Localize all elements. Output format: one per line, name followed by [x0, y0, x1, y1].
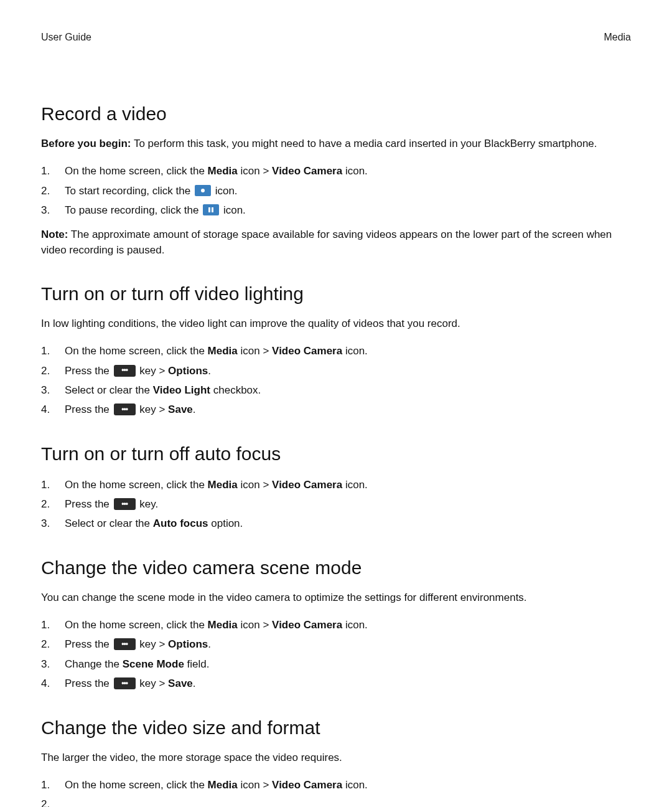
step: 3. Select or clear the Auto focus option…	[41, 515, 631, 532]
text: icon >	[238, 619, 272, 631]
text: icon.	[342, 779, 368, 791]
step: 3. To pause recording, click the icon.	[41, 202, 631, 219]
blackberry-key-icon: •••	[114, 404, 136, 415]
step-body: On the home screen, click the Media icon…	[65, 476, 631, 493]
step-body: Press the ••• key.	[65, 496, 631, 512]
step-body: Press the ••• key > Save.	[65, 675, 631, 692]
text: field.	[184, 658, 210, 670]
media-bold: Media	[208, 619, 238, 631]
step: 2. Press the ••• key > Options.	[41, 636, 631, 653]
pause-icon	[203, 204, 219, 215]
step-number: 3.	[41, 202, 65, 219]
text: On the home screen, click the	[65, 165, 208, 177]
header-right: Media	[604, 30, 631, 44]
text: key >	[137, 677, 169, 689]
text: Select or clear the	[65, 517, 153, 529]
video-camera-bold: Video Camera	[272, 479, 342, 491]
step-number: 3.	[41, 515, 65, 532]
text: .	[193, 677, 196, 689]
section-size-format: Change the video size and format The lar…	[41, 714, 631, 807]
step-body: Change the Scene Mode field.	[65, 656, 631, 672]
text: Press the	[65, 638, 113, 650]
step-number: 2.	[41, 182, 65, 199]
text: Select or clear the	[65, 384, 153, 396]
text: Press the	[65, 404, 113, 415]
blackberry-key-icon: •••	[114, 638, 136, 650]
text: .	[193, 404, 196, 415]
media-bold: Media	[208, 345, 238, 357]
step: 2.	[41, 796, 631, 807]
step-body: To pause recording, click the icon.	[65, 202, 631, 219]
step-body: On the home screen, click the Media icon…	[65, 776, 631, 793]
section-video-lighting: Turn on or turn off video lighting In lo…	[41, 280, 631, 418]
save-bold: Save	[168, 404, 193, 415]
text: key >	[137, 638, 169, 650]
heading-record-video: Record a video	[41, 100, 631, 128]
blackberry-key-icon: •••	[114, 498, 136, 510]
video-camera-bold: Video Camera	[272, 345, 342, 357]
note-label: Note:	[41, 229, 68, 240]
media-bold: Media	[208, 779, 238, 791]
text: key >	[137, 404, 169, 415]
steps-lighting: 1. On the home screen, click the Media i…	[41, 342, 631, 418]
options-bold: Options	[168, 638, 208, 650]
step-number: 1.	[41, 776, 65, 793]
text: To start recording, click the	[65, 185, 194, 197]
heading-scene-mode: Change the video camera scene mode	[41, 554, 631, 582]
step: 1. On the home screen, click the Media i…	[41, 616, 631, 633]
text: icon >	[238, 479, 272, 491]
video-light-bold: Video Light	[153, 384, 210, 396]
text: icon.	[342, 479, 368, 491]
note: Note: The approximate amount of storage …	[41, 227, 631, 258]
step: 2. Press the ••• key.	[41, 496, 631, 512]
text: icon >	[238, 165, 272, 177]
text: .	[208, 365, 211, 377]
step: 1. On the home screen, click the Media i…	[41, 476, 631, 493]
step-body: On the home screen, click the Media icon…	[65, 342, 631, 359]
text: icon.	[212, 185, 238, 197]
text: icon.	[342, 619, 368, 631]
steps-scene: 1. On the home screen, click the Media i…	[41, 616, 631, 692]
step-body: Press the ••• key > Options.	[65, 636, 631, 653]
step: 2. Press the ••• key > Options.	[41, 362, 631, 379]
step: 4. Press the ••• key > Save.	[41, 675, 631, 692]
before-you-begin-label: Before you begin:	[41, 138, 131, 149]
text: To pause recording, click the	[65, 204, 202, 216]
page: User Guide Media Record a video Before y…	[0, 0, 672, 807]
text: On the home screen, click the	[65, 619, 208, 631]
step-body: On the home screen, click the Media icon…	[65, 616, 631, 633]
step: 3. Select or clear the Video Light check…	[41, 382, 631, 399]
text: key >	[137, 365, 169, 377]
heading-size-format: Change the video size and format	[41, 714, 631, 742]
text: option.	[208, 517, 243, 529]
step-number: 3.	[41, 656, 65, 672]
heading-auto-focus: Turn on or turn off auto focus	[41, 440, 631, 468]
steps-size: 1. On the home screen, click the Media i…	[41, 776, 631, 807]
step-number: 2.	[41, 796, 65, 807]
record-icon	[195, 185, 211, 196]
text: key.	[137, 498, 159, 510]
step-number: 1.	[41, 616, 65, 633]
scene-mode-bold: Scene Mode	[123, 658, 184, 670]
step-body: Select or clear the Video Light checkbox…	[65, 382, 631, 399]
step-body: Press the ••• key > Options.	[65, 362, 631, 379]
text: Press the	[65, 498, 113, 510]
heading-video-lighting: Turn on or turn off video lighting	[41, 280, 631, 308]
step: 1. On the home screen, click the Media i…	[41, 776, 631, 793]
media-bold: Media	[208, 165, 238, 177]
step-number: 1.	[41, 163, 65, 179]
intro-lighting: In low lighting conditions, the video li…	[41, 316, 631, 332]
step-number: 2.	[41, 362, 65, 379]
text: icon >	[238, 779, 272, 791]
step-number: 2.	[41, 496, 65, 512]
text: icon >	[238, 345, 272, 357]
step-number: 3.	[41, 382, 65, 399]
video-camera-bold: Video Camera	[272, 619, 342, 631]
note-body: The approximate amount of storage space …	[41, 229, 612, 256]
text: checkbox.	[210, 384, 261, 396]
step-number: 1.	[41, 476, 65, 493]
text: icon.	[220, 204, 246, 216]
video-camera-bold: Video Camera	[272, 165, 342, 177]
before-you-begin: Before you begin: To perform this task, …	[41, 136, 631, 152]
text: On the home screen, click the	[65, 779, 208, 791]
